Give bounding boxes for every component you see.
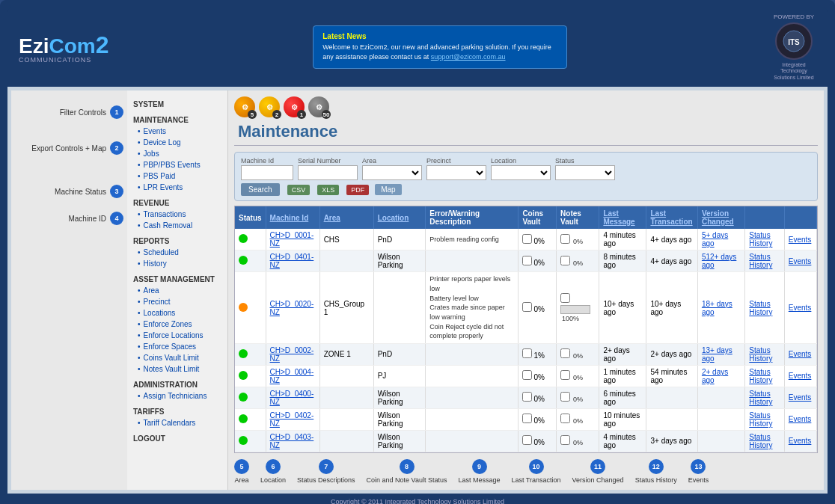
sidebar-item-notes-vault[interactable]: Notes Vault Limit [127,363,227,375]
select-location[interactable] [491,165,551,180]
coins-vault-checkbox[interactable] [522,392,532,402]
sidebar-item-events[interactable]: Events [127,126,227,137]
ann-bottom-12: 12 Status History [635,459,677,484]
cell-notes-vault: 100% [557,272,599,344]
events-link[interactable]: Events [789,393,812,402]
notes-vault-checkbox[interactable] [560,370,570,380]
sidebar-item-coins-vault[interactable]: Coins Vault Limit [127,352,227,363]
machine-id-link[interactable]: CH>D_0402-NZ [270,411,314,428]
sidebar-item-lpr-events[interactable]: LPR Events [127,182,227,193]
select-status[interactable] [555,165,615,180]
notes-vault-checkbox[interactable] [560,293,570,303]
coins-vault-checkbox[interactable] [522,348,532,358]
status-icon-orange-1[interactable]: ⚙ 5 [234,96,255,117]
map-button[interactable]: Map [375,184,401,195]
machine-id-link[interactable]: CH>D_0020-NZ [270,300,314,316]
input-machine-id[interactable] [241,165,293,180]
notes-vault-checkbox[interactable] [560,435,570,445]
machine-id-link[interactable]: CH>D_0403-NZ [270,433,314,449]
coins-vault-checkbox[interactable] [522,302,532,312]
status-history-link[interactable]: Status History [749,433,772,449]
machine-id-link[interactable]: CH>D_0002-NZ [270,346,314,363]
status-history-link[interactable]: Status History [749,368,772,384]
events-link[interactable]: Events [789,350,812,358]
version-changed-link[interactable]: 18+ days ago [702,300,732,316]
events-link[interactable]: Events [789,257,812,265]
status-icon-orange-2[interactable]: ⚙ 2 [259,96,280,117]
events-link[interactable]: Events [789,236,812,244]
notes-vault-checkbox[interactable] [560,414,570,423]
sidebar-item-precinct[interactable]: Precinct [127,296,227,307]
notes-vault-checkbox[interactable] [560,256,570,265]
status-history-link[interactable]: Status History [749,411,772,428]
cell-location: Wilson Parking [373,430,426,452]
sidebar-item-pbp-events[interactable]: PBP/PBS Events [127,159,227,170]
coins-vault-checkbox[interactable] [522,435,532,445]
coins-vault-checkbox[interactable] [522,370,532,380]
ann-bottom-13: 13 Events [688,459,709,484]
status-icon-gray[interactable]: ⚙ 50 [308,96,329,117]
input-serial-number[interactable] [298,165,358,180]
notes-vault-checkbox[interactable] [560,392,570,402]
version-changed-link[interactable]: 512+ days ago [702,253,736,269]
select-area[interactable] [362,165,422,180]
table-row: CH>D_0400-NZWilson Parking0%0%6 minutes … [235,387,817,408]
version-changed-link[interactable]: 5+ days ago [702,231,728,248]
cell-version-changed: 18+ days ago [697,272,744,344]
machine-id-link[interactable]: CH>D_0004-NZ [270,368,314,384]
status-history-link[interactable]: Status History [749,346,772,363]
status-history-link[interactable]: Status History [749,231,772,248]
machine-id-link[interactable]: CH>D_0401-NZ [270,253,314,269]
label-machine-id: Machine Id [241,157,274,165]
coins-vault-checkbox[interactable] [522,256,532,265]
sidebar-item-area[interactable]: Area [127,285,227,296]
ann-bottom-10: 10 Last Transaction [512,459,561,484]
version-changed-link[interactable]: 2+ days ago [702,368,728,384]
cell-version-changed: 2+ days ago [697,365,744,387]
status-dot [239,349,248,358]
sidebar-item-transactions[interactable]: Transactions [127,209,227,220]
pdf-button[interactable]: PDF [346,185,369,195]
sidebar-item-locations[interactable]: Locations [127,307,227,319]
status-history-link[interactable]: Status History [749,390,772,406]
sidebar-item-tariff-cal[interactable]: Tariff Calendars [127,417,227,428]
notes-vault-pct: 0% [573,417,583,425]
coins-vault-checkbox[interactable] [522,234,532,244]
sidebar-item-jobs[interactable]: Jobs [127,148,227,159]
ann-circle-3: 3 [110,185,123,198]
status-icon-red[interactable]: ⚙ 1 [284,96,305,117]
notes-vault-pct: 0% [573,238,583,245]
news-title: Latest News [322,32,557,40]
cell-last-message: 2+ days ago [599,343,646,365]
coins-vault-checkbox[interactable] [522,414,532,423]
notes-vault-checkbox[interactable] [560,234,570,244]
sidebar-item-device-log[interactable]: Device Log [127,137,227,148]
sidebar-item-cash-removal[interactable]: Cash Removal [127,220,227,231]
sidebar-item-enforce-locations[interactable]: Enforce Locations [127,330,227,341]
events-link[interactable]: Events [789,437,812,445]
select-precinct[interactable] [426,165,486,180]
notes-vault-checkbox[interactable] [560,348,570,358]
sidebar-item-enforce-zones[interactable]: Enforce Zones [127,319,227,330]
notes-vault-pct: 100% [562,315,579,322]
sidebar-section-logout[interactable]: LOGOUT [127,431,227,444]
events-link[interactable]: Events [789,304,812,312]
version-changed-link[interactable]: 13+ days ago [702,346,732,363]
sidebar-item-history[interactable]: History [127,258,227,269]
search-button[interactable]: Search [241,183,280,196]
sidebar-item-pbs-paid[interactable]: PBS Paid [127,170,227,182]
machine-id-link[interactable]: CH>D_0001-NZ [270,231,314,248]
csv-button[interactable]: CSV [287,185,311,195]
ann-bottom-9: 9 Last Message [458,459,500,484]
sidebar-item-enforce-spaces[interactable]: Enforce Spaces [127,341,227,352]
xls-button[interactable]: XLS [317,185,339,195]
status-history-link[interactable]: Status History [749,300,772,316]
events-link[interactable]: Events [789,415,812,423]
news-link[interactable]: support@ezicom.com.au [431,53,506,61]
machine-id-link[interactable]: CH>D_0400-NZ [270,390,314,406]
sidebar-item-assign-tech[interactable]: Assign Technicians [127,390,227,402]
events-link[interactable]: Events [789,372,812,380]
sidebar-item-scheduled[interactable]: Scheduled [127,247,227,258]
notes-vault-pct: 0% [573,259,583,267]
status-history-link[interactable]: Status History [749,253,772,269]
